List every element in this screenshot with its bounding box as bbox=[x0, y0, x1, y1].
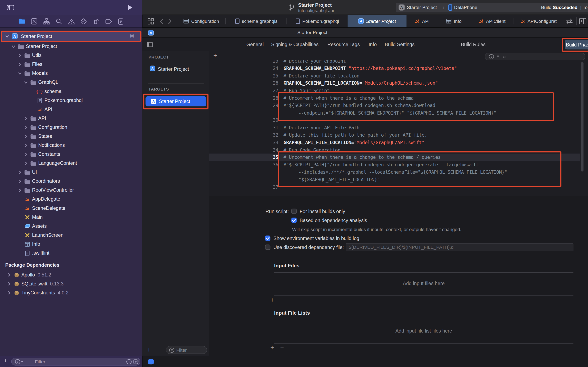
file-row-appdelegate[interactable]: AppDelegate bbox=[0, 195, 142, 204]
add-file-plus-icon[interactable]: + bbox=[4, 358, 7, 364]
file-row-ui[interactable]: UI bbox=[0, 168, 142, 177]
target-row-selected[interactable]: A Starter Project bbox=[146, 96, 207, 106]
breadcrumb[interactable]: Starter Project bbox=[297, 30, 328, 35]
file-row-rootviewcontroller[interactable]: RootViewController bbox=[0, 186, 142, 195]
add-target-plus-button[interactable]: + bbox=[147, 347, 151, 353]
package-row[interactable]: TinyConstraints4.0.2 bbox=[0, 288, 142, 297]
file-row-notifications[interactable]: Notifications bbox=[0, 141, 142, 150]
add-build-phase-plus-button[interactable]: + bbox=[213, 52, 217, 59]
remove-input-file-minus-button[interactable]: − bbox=[280, 298, 284, 303]
file-row-starter-project[interactable]: Starter Project bbox=[0, 42, 142, 51]
disclosure-icon[interactable] bbox=[18, 188, 21, 192]
flags-filter-icon[interactable] bbox=[133, 359, 139, 365]
symbol-navigator-icon[interactable] bbox=[43, 17, 50, 25]
recents-clock-icon[interactable] bbox=[126, 359, 132, 365]
disclosure-icon[interactable] bbox=[24, 117, 28, 120]
disclosure-icon[interactable] bbox=[24, 81, 28, 84]
file-row-info[interactable]: Info bbox=[0, 240, 142, 249]
disclosure-icon[interactable] bbox=[7, 291, 11, 295]
editor-tab-configuration[interactable]: Configuration bbox=[177, 15, 226, 27]
file-row-schema[interactable]: {"}schema bbox=[0, 87, 142, 96]
split-editor-icon[interactable] bbox=[579, 18, 587, 24]
file-row-pokemon-graphql[interactable]: Pokemon.graphql bbox=[0, 96, 142, 105]
file-row-assets[interactable]: Assets bbox=[0, 222, 142, 231]
test-navigator-icon[interactable] bbox=[80, 17, 87, 25]
source-control-navigator-icon[interactable] bbox=[30, 17, 38, 25]
config-tab-build-rules[interactable]: Build Rules bbox=[461, 42, 485, 47]
issue-navigator-icon[interactable] bbox=[68, 17, 75, 25]
breakpoints-toggle-icon[interactable] bbox=[148, 359, 154, 364]
file-row-languagecontent[interactable]: LanguageContent bbox=[0, 159, 142, 168]
file-row-coordinators[interactable]: Coordinators bbox=[0, 177, 142, 186]
remove-input-file-list-minus-button[interactable]: − bbox=[280, 345, 284, 350]
file-row-launchscreen[interactable]: LaunchScreen bbox=[0, 231, 142, 240]
editor-tab-schema-graphqls[interactable]: schema.graphqls bbox=[226, 15, 287, 27]
find-navigator-icon[interactable] bbox=[55, 17, 63, 25]
panel-project-row[interactable]: Starter Project bbox=[158, 66, 189, 72]
build-status[interactable]: Build Succeeded | Today at 3:43 PM bbox=[541, 5, 588, 10]
scheme-name[interactable]: Starter Project bbox=[407, 5, 437, 10]
disclosure-icon[interactable] bbox=[18, 170, 21, 174]
swap-tabs-icon[interactable] bbox=[565, 18, 573, 25]
device-name[interactable]: DelaPhone bbox=[454, 5, 477, 10]
file-row-api[interactable]: API bbox=[0, 105, 142, 114]
file-row-graphql[interactable]: GraphQL bbox=[0, 78, 142, 87]
discovered-dependency-checkbox[interactable] bbox=[265, 244, 270, 250]
disclosure-icon[interactable] bbox=[24, 152, 28, 156]
file-row-utils[interactable]: Utils bbox=[0, 51, 142, 60]
run-button[interactable] bbox=[128, 5, 132, 10]
file-row-main[interactable]: Main bbox=[0, 213, 142, 222]
show-env-checkbox[interactable] bbox=[265, 235, 270, 241]
config-tab-info[interactable]: Info bbox=[369, 42, 377, 47]
disclosure-icon[interactable] bbox=[18, 179, 21, 183]
config-tab-signing-capabilities[interactable]: Signing & Capabilities bbox=[271, 42, 319, 47]
remove-target-minus-button[interactable]: − bbox=[157, 347, 160, 353]
file-row-api[interactable]: API bbox=[0, 114, 142, 123]
editor-tab-starter-project[interactable]: AStarter Project bbox=[348, 15, 406, 27]
script-editor[interactable]: 23# Declare your endpoint24GRAPHQL_SCHEM… bbox=[209, 60, 580, 196]
phases-filter-field[interactable]: Filter bbox=[485, 53, 585, 60]
file-row--swiftlint[interactable]: .swiftlint bbox=[0, 249, 142, 258]
activity-viewer[interactable]: A Starter Project 〉 DelaPhone Build Succ… bbox=[396, 3, 588, 12]
report-navigator-icon[interactable] bbox=[117, 17, 125, 25]
config-tab-general[interactable]: General bbox=[246, 42, 264, 47]
package-row[interactable]: Apollo0.51.2 bbox=[0, 270, 142, 279]
install-builds-only-checkbox[interactable] bbox=[291, 209, 297, 214]
package-row[interactable]: SQLite.swift0.13.3 bbox=[0, 279, 142, 288]
project-navigator-icon[interactable] bbox=[18, 17, 26, 25]
add-input-file-list-plus-button[interactable]: + bbox=[270, 345, 274, 350]
editor-tab-apiclient[interactable]: APIClient bbox=[470, 15, 513, 27]
disclosure-icon[interactable] bbox=[12, 45, 15, 48]
config-tab-resource-tags[interactable]: Resource Tags bbox=[327, 42, 360, 47]
editor-tab-apiconfigurat[interactable]: APIConfigurat bbox=[513, 15, 563, 27]
toggle-navigator-icon[interactable] bbox=[7, 5, 14, 11]
breakpoint-navigator-icon[interactable] bbox=[104, 17, 112, 25]
disclosure-icon[interactable] bbox=[5, 34, 9, 38]
disclosure-icon[interactable] bbox=[18, 72, 21, 75]
collapse-panel-icon[interactable] bbox=[147, 42, 153, 47]
disclosure-icon[interactable] bbox=[24, 134, 28, 138]
file-row-files[interactable]: Files bbox=[0, 60, 142, 69]
dependency-analysis-checkbox[interactable] bbox=[291, 217, 297, 223]
targets-filter-field[interactable]: Filter bbox=[166, 346, 207, 354]
file-row-states[interactable]: States bbox=[0, 132, 142, 141]
file-row-constants[interactable]: Constants bbox=[0, 150, 142, 159]
disclosure-icon[interactable] bbox=[18, 63, 21, 66]
editor-tab-api[interactable]: API bbox=[406, 15, 437, 27]
config-tab-build-phases[interactable]: Build Phases bbox=[565, 40, 588, 50]
forward-chevron-icon[interactable] bbox=[168, 18, 172, 24]
add-input-file-plus-button[interactable]: + bbox=[270, 298, 274, 303]
editor-tab-info[interactable]: Info bbox=[437, 15, 470, 27]
navigator-filter-field[interactable]: Filter bbox=[11, 358, 140, 366]
file-row-configuration[interactable]: Configuration bbox=[0, 123, 142, 132]
disclosure-icon[interactable] bbox=[7, 282, 11, 286]
scrollbar-thumb[interactable] bbox=[581, 62, 584, 171]
file-row-models[interactable]: Models bbox=[0, 69, 142, 78]
disclosure-icon[interactable] bbox=[7, 273, 11, 277]
config-tab-build-settings[interactable]: Build Settings bbox=[385, 42, 415, 47]
disclosure-icon[interactable] bbox=[18, 54, 21, 57]
related-items-grid-icon[interactable] bbox=[147, 18, 154, 25]
file-row-scenedelegate[interactable]: SceneDelegate bbox=[0, 204, 142, 213]
project-root-row[interactable]: A Starter Project M bbox=[1, 31, 140, 41]
disclosure-icon[interactable] bbox=[24, 143, 28, 147]
